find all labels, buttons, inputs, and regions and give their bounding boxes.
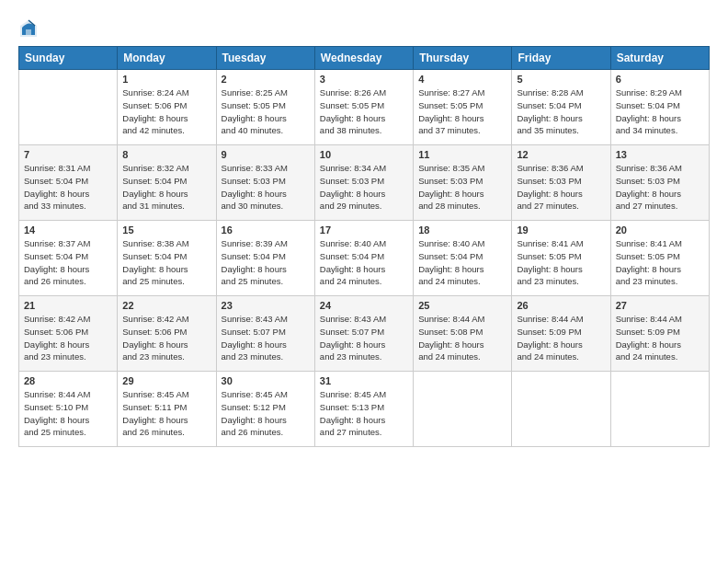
calendar-cell: 30Sunrise: 8:45 AMSunset: 5:12 PMDayligh… [216, 372, 314, 447]
week-row-5: 28Sunrise: 8:44 AMSunset: 5:10 PMDayligh… [19, 372, 710, 447]
calendar-cell: 5Sunrise: 8:28 AMSunset: 5:04 PMDaylight… [512, 70, 610, 145]
calendar-cell: 24Sunrise: 8:43 AMSunset: 5:07 PMDayligh… [314, 296, 413, 372]
day-header-tuesday: Tuesday [216, 47, 314, 70]
cell-content: Sunrise: 8:45 AMSunset: 5:12 PMDaylight:… [222, 388, 310, 439]
cell-content: Sunrise: 8:37 AMSunset: 5:04 PMDaylight:… [24, 237, 112, 288]
day-number: 13 [616, 149, 704, 160]
cell-content: Sunrise: 8:44 AMSunset: 5:09 PMDaylight:… [517, 313, 605, 363]
cell-content: Sunrise: 8:45 AMSunset: 5:11 PMDaylight:… [122, 388, 210, 439]
calendar-cell [19, 70, 118, 145]
cell-content: Sunrise: 8:44 AMSunset: 5:08 PMDaylight:… [418, 313, 506, 363]
week-row-4: 21Sunrise: 8:42 AMSunset: 5:06 PMDayligh… [19, 296, 710, 372]
calendar-cell [512, 372, 610, 447]
calendar-cell: 10Sunrise: 8:34 AMSunset: 5:03 PMDayligh… [314, 145, 413, 221]
cell-content: Sunrise: 8:41 AMSunset: 5:05 PMDaylight:… [616, 237, 704, 288]
day-number: 11 [418, 149, 506, 160]
day-number: 17 [320, 224, 408, 236]
cell-content: Sunrise: 8:42 AMSunset: 5:06 PMDaylight:… [122, 313, 210, 363]
day-number: 1 [122, 74, 210, 85]
day-number: 5 [517, 74, 605, 85]
cell-content: Sunrise: 8:26 AMSunset: 5:05 PMDaylight:… [320, 86, 408, 137]
day-number: 31 [320, 375, 408, 386]
calendar-cell: 26Sunrise: 8:44 AMSunset: 5:09 PMDayligh… [512, 296, 610, 372]
calendar-cell [414, 372, 512, 447]
week-row-3: 14Sunrise: 8:37 AMSunset: 5:04 PMDayligh… [19, 221, 710, 296]
calendar-cell: 11Sunrise: 8:35 AMSunset: 5:03 PMDayligh… [414, 145, 512, 221]
calendar-cell: 1Sunrise: 8:24 AMSunset: 5:06 PMDaylight… [118, 70, 216, 145]
cell-content: Sunrise: 8:43 AMSunset: 5:07 PMDaylight:… [320, 313, 408, 363]
cell-content: Sunrise: 8:41 AMSunset: 5:05 PMDaylight:… [517, 237, 605, 288]
calendar-cell: 22Sunrise: 8:42 AMSunset: 5:06 PMDayligh… [118, 296, 216, 372]
calendar-cell: 25Sunrise: 8:44 AMSunset: 5:08 PMDayligh… [414, 296, 512, 372]
calendar-cell: 2Sunrise: 8:25 AMSunset: 5:05 PMDaylight… [216, 70, 314, 145]
day-number: 14 [24, 224, 112, 236]
day-number: 23 [222, 300, 310, 311]
cell-content: Sunrise: 8:35 AMSunset: 5:03 PMDaylight:… [418, 162, 506, 213]
calendar-cell: 12Sunrise: 8:36 AMSunset: 5:03 PMDayligh… [512, 145, 610, 221]
day-number: 6 [616, 74, 704, 85]
cell-content: Sunrise: 8:32 AMSunset: 5:04 PMDaylight:… [122, 162, 210, 213]
calendar-cell: 20Sunrise: 8:41 AMSunset: 5:05 PMDayligh… [610, 221, 709, 296]
cell-content: Sunrise: 8:31 AMSunset: 5:04 PMDaylight:… [24, 162, 112, 213]
logo [18, 17, 42, 39]
cell-content: Sunrise: 8:33 AMSunset: 5:03 PMDaylight:… [222, 162, 310, 213]
cell-content: Sunrise: 8:27 AMSunset: 5:05 PMDaylight:… [418, 86, 506, 137]
day-number: 20 [616, 224, 704, 236]
day-number: 26 [517, 300, 605, 311]
day-number: 27 [616, 300, 704, 311]
day-number: 22 [122, 300, 210, 311]
calendar-cell: 6Sunrise: 8:29 AMSunset: 5:04 PMDaylight… [610, 70, 709, 145]
day-header-friday: Friday [512, 47, 610, 70]
header [18, 17, 710, 39]
day-number: 29 [122, 375, 210, 386]
cell-content: Sunrise: 8:44 AMSunset: 5:10 PMDaylight:… [24, 388, 112, 439]
week-row-1: 1Sunrise: 8:24 AMSunset: 5:06 PMDaylight… [19, 70, 710, 145]
cell-content: Sunrise: 8:34 AMSunset: 5:03 PMDaylight:… [320, 162, 408, 213]
cell-content: Sunrise: 8:40 AMSunset: 5:04 PMDaylight:… [418, 237, 506, 288]
cell-content: Sunrise: 8:44 AMSunset: 5:09 PMDaylight:… [616, 313, 704, 363]
day-header-monday: Monday [118, 47, 216, 70]
cell-content: Sunrise: 8:43 AMSunset: 5:07 PMDaylight:… [222, 313, 310, 363]
calendar-cell: 4Sunrise: 8:27 AMSunset: 5:05 PMDaylight… [414, 70, 512, 145]
day-number: 3 [320, 74, 408, 85]
calendar-cell: 29Sunrise: 8:45 AMSunset: 5:11 PMDayligh… [118, 372, 216, 447]
day-number: 4 [418, 74, 506, 85]
day-number: 7 [24, 149, 112, 160]
calendar-cell: 7Sunrise: 8:31 AMSunset: 5:04 PMDaylight… [19, 145, 118, 221]
header-row: SundayMondayTuesdayWednesdayThursdayFrid… [19, 47, 710, 70]
day-number: 19 [517, 224, 605, 236]
week-row-2: 7Sunrise: 8:31 AMSunset: 5:04 PMDaylight… [19, 145, 710, 221]
calendar-cell: 15Sunrise: 8:38 AMSunset: 5:04 PMDayligh… [118, 221, 216, 296]
cell-content: Sunrise: 8:39 AMSunset: 5:04 PMDaylight:… [222, 237, 310, 288]
day-number: 10 [320, 149, 408, 160]
day-number: 9 [222, 149, 310, 160]
calendar-cell: 13Sunrise: 8:36 AMSunset: 5:03 PMDayligh… [610, 145, 709, 221]
day-number: 12 [517, 149, 605, 160]
svg-rect-1 [26, 29, 31, 35]
day-number: 2 [222, 74, 310, 85]
calendar-cell [610, 372, 709, 447]
calendar-cell: 16Sunrise: 8:39 AMSunset: 5:04 PMDayligh… [216, 221, 314, 296]
calendar-cell: 9Sunrise: 8:33 AMSunset: 5:03 PMDaylight… [216, 145, 314, 221]
cell-content: Sunrise: 8:38 AMSunset: 5:04 PMDaylight:… [122, 237, 210, 288]
logo-icon [18, 18, 39, 39]
day-header-wednesday: Wednesday [314, 47, 413, 70]
day-number: 28 [24, 375, 112, 386]
calendar-cell: 18Sunrise: 8:40 AMSunset: 5:04 PMDayligh… [414, 221, 512, 296]
cell-content: Sunrise: 8:29 AMSunset: 5:04 PMDaylight:… [616, 86, 704, 137]
day-number: 30 [222, 375, 310, 386]
day-number: 25 [418, 300, 506, 311]
cell-content: Sunrise: 8:42 AMSunset: 5:06 PMDaylight:… [24, 313, 112, 363]
cell-content: Sunrise: 8:24 AMSunset: 5:06 PMDaylight:… [122, 86, 210, 137]
day-header-thursday: Thursday [414, 47, 512, 70]
calendar-cell: 23Sunrise: 8:43 AMSunset: 5:07 PMDayligh… [216, 296, 314, 372]
cell-content: Sunrise: 8:25 AMSunset: 5:05 PMDaylight:… [222, 86, 310, 137]
calendar-cell: 28Sunrise: 8:44 AMSunset: 5:10 PMDayligh… [19, 372, 118, 447]
day-number: 8 [122, 149, 210, 160]
day-number: 24 [320, 300, 408, 311]
cell-content: Sunrise: 8:40 AMSunset: 5:04 PMDaylight:… [320, 237, 408, 288]
cell-content: Sunrise: 8:28 AMSunset: 5:04 PMDaylight:… [517, 86, 605, 137]
day-number: 16 [222, 224, 310, 236]
calendar-cell: 14Sunrise: 8:37 AMSunset: 5:04 PMDayligh… [19, 221, 118, 296]
day-number: 18 [418, 224, 506, 236]
